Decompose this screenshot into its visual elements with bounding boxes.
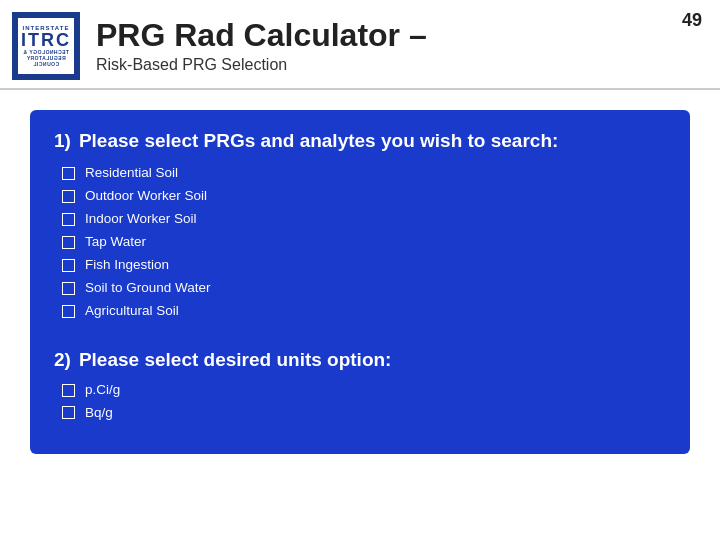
header-subtitle: Risk-Based PRG Selection xyxy=(96,56,427,74)
section2-title: Please select desired units option: xyxy=(79,349,392,371)
list-item[interactable]: Outdoor Worker Soil xyxy=(62,185,666,208)
checkbox-icon[interactable] xyxy=(62,190,75,203)
checkbox-icon[interactable] xyxy=(62,167,75,180)
section1-title: Please select PRGs and analytes you wish… xyxy=(79,130,558,152)
header: INTERSTATE ITRC TECHNOLOGY & REGULATORY … xyxy=(0,0,720,90)
blue-card: 1) Please select PRGs and analytes you w… xyxy=(30,110,690,454)
option-bqg: Bq/g xyxy=(85,402,113,425)
list-item[interactable]: Bq/g xyxy=(62,402,666,425)
section2-number: 2) xyxy=(54,349,71,371)
option-residential-soil: Residential Soil xyxy=(85,162,178,185)
list-item[interactable]: Fish Ingestion xyxy=(62,254,666,277)
section1-number: 1) xyxy=(54,130,71,152)
section2-heading: 2) Please select desired units option: xyxy=(54,349,666,371)
option-pcig: p.Ci/g xyxy=(85,379,120,402)
option-outdoor-worker-soil: Outdoor Worker Soil xyxy=(85,185,207,208)
checkbox-icon[interactable] xyxy=(62,236,75,249)
checkbox-icon[interactable] xyxy=(62,305,75,318)
checkbox-icon[interactable] xyxy=(62,213,75,226)
section1-options-list: Residential Soil Outdoor Worker Soil Ind… xyxy=(54,162,666,323)
list-item[interactable]: p.Ci/g xyxy=(62,379,666,402)
header-title: PRG Rad Calculator – xyxy=(96,18,427,53)
logo: INTERSTATE ITRC TECHNOLOGY & REGULATORY … xyxy=(12,12,80,80)
logo-line2: TECHNOLOGY & REGULATORY COUNCIL xyxy=(18,49,74,67)
list-item[interactable]: Soil to Ground Water xyxy=(62,277,666,300)
option-soil-to-ground-water: Soil to Ground Water xyxy=(85,277,211,300)
list-item[interactable]: Agricultural Soil xyxy=(62,300,666,323)
checkbox-icon[interactable] xyxy=(62,259,75,272)
list-item[interactable]: Residential Soil xyxy=(62,162,666,185)
option-tap-water: Tap Water xyxy=(85,231,146,254)
section2-options-list: p.Ci/g Bq/g xyxy=(54,379,666,425)
main-content: 1) Please select PRGs and analytes you w… xyxy=(0,90,720,474)
list-item[interactable]: Tap Water xyxy=(62,231,666,254)
checkbox-icon[interactable] xyxy=(62,406,75,419)
logo-acronym: ITRC xyxy=(21,31,71,49)
list-item[interactable]: Indoor Worker Soil xyxy=(62,208,666,231)
section1-heading: 1) Please select PRGs and analytes you w… xyxy=(54,130,666,152)
option-fish-ingestion: Fish Ingestion xyxy=(85,254,169,277)
header-text: PRG Rad Calculator – Risk-Based PRG Sele… xyxy=(96,18,427,73)
page-number: 49 xyxy=(682,10,702,31)
section-divider xyxy=(54,331,666,349)
checkbox-icon[interactable] xyxy=(62,282,75,295)
option-indoor-worker-soil: Indoor Worker Soil xyxy=(85,208,197,231)
option-agricultural-soil: Agricultural Soil xyxy=(85,300,179,323)
checkbox-icon[interactable] xyxy=(62,384,75,397)
